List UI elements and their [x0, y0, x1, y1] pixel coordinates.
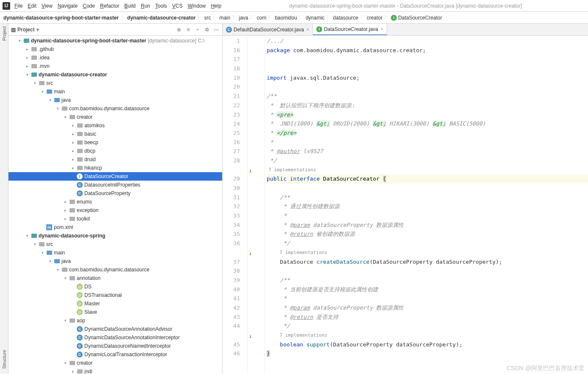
- tree-arrow[interactable]: [70, 149, 76, 153]
- tree-arrow[interactable]: [54, 106, 61, 111]
- expand-icon[interactable]: ≡: [185, 26, 192, 33]
- code-line[interactable]: }: [267, 349, 588, 358]
- code-line[interactable]: import javax.sql.DataSource;: [267, 73, 588, 83]
- breadcrumb-item[interactable]: datasource: [333, 15, 358, 21]
- inlay-hint[interactable]: 7 implementations: [267, 331, 588, 340]
- tree-arrow[interactable]: [70, 123, 76, 128]
- editor-tab[interactable]: CDefaultDataSourceCreator.java×: [223, 24, 313, 35]
- gear-icon[interactable]: ⚙: [203, 26, 210, 33]
- tree-arrow[interactable]: [62, 115, 69, 119]
- code-line[interactable]: DataSource createDataSource(DataSourcePr…: [267, 257, 588, 267]
- code-line[interactable]: /**: [267, 276, 588, 285]
- locate-icon[interactable]: ⊕: [176, 26, 182, 33]
- tree-node-dbcp[interactable]: dbcp: [8, 147, 222, 155]
- tree-node--github[interactable]: .github: [8, 45, 222, 53]
- close-icon[interactable]: ×: [307, 27, 309, 32]
- tree-arrow[interactable]: [62, 276, 69, 280]
- code-line[interactable]: * JNDI(1000) &gt; DRUID(2000) &gt; HIKAR…: [267, 119, 588, 128]
- structure-tool-tab[interactable]: Structure: [1, 347, 8, 371]
- tree-arrow[interactable]: [47, 259, 53, 263]
- breadcrumb-item[interactable]: IDataSourceCreator: [391, 15, 442, 21]
- tree-arrow[interactable]: [70, 157, 76, 162]
- tree-node-dynamic-datasource-creator[interactable]: dynamic-datasource-creator: [8, 70, 222, 79]
- code-area[interactable]: /.../package com.baomidou.dynamic.dataso…: [265, 36, 588, 374]
- code-line[interactable]: /**: [267, 92, 588, 101]
- tree-node-atomikos[interactable]: atomikos: [8, 121, 222, 130]
- tree-node-beecp[interactable]: beecp: [8, 138, 222, 147]
- code-line[interactable]: * @return 被创建的数据源: [267, 229, 588, 239]
- menu-code[interactable]: Code: [83, 3, 95, 9]
- code-line[interactable]: *: [267, 294, 588, 303]
- close-icon[interactable]: ×: [381, 27, 383, 31]
- code-line[interactable]: [267, 64, 588, 73]
- tree-node-toolkit[interactable]: toolkit: [8, 215, 222, 223]
- tree-node--idea[interactable]: .idea: [8, 53, 222, 62]
- tree-arrow[interactable]: [70, 369, 76, 374]
- has-implementations-icon[interactable]: [249, 249, 252, 258]
- code-line[interactable]: /**: [267, 193, 588, 202]
- tree-node-java[interactable]: java: [8, 257, 222, 265]
- tree-arrow[interactable]: [62, 217, 69, 221]
- tree-arrow[interactable]: [47, 98, 53, 102]
- code-line[interactable]: * @author ls9527: [267, 147, 588, 156]
- tree-node-exception[interactable]: exception: [8, 206, 222, 215]
- editor-tab[interactable]: IDataSourceCreator.java×: [313, 24, 387, 35]
- code-line[interactable]: * <pre>: [267, 110, 588, 120]
- tree-node-com-baomidou-dynamic-datasource[interactable]: com.baomidou.dynamic.datasource: [8, 265, 222, 274]
- tree-node-dynamic-datasource-spring[interactable]: dynamic-datasource-spring: [8, 232, 222, 240]
- menu-edit[interactable]: Edit: [28, 3, 36, 9]
- tree-node-creator[interactable]: creator: [8, 359, 222, 367]
- breadcrumb-item[interactable]: dynamic-datasource-creator: [127, 15, 195, 21]
- hide-icon[interactable]: —: [213, 26, 220, 33]
- breadcrumb-item[interactable]: dynamic: [306, 15, 325, 21]
- inlay-hint[interactable]: 7 implementations: [267, 248, 588, 257]
- tree-arrow[interactable]: [70, 132, 76, 136]
- breadcrumb-item[interactable]: dynamic-datasource-spring-boot-starter-m…: [3, 15, 119, 21]
- breadcrumb-item[interactable]: java: [239, 15, 248, 21]
- code-line[interactable]: * @return 是否支持: [267, 313, 588, 322]
- tree-arrow[interactable]: [54, 268, 61, 272]
- menu-build[interactable]: Build: [124, 3, 136, 9]
- tree-node-com-baomidou-dynamic-datasource[interactable]: com.baomidou.dynamic.datasource: [8, 104, 222, 113]
- tree-arrow[interactable]: [62, 361, 69, 365]
- tree-arrow[interactable]: [62, 208, 69, 212]
- tree-node-main[interactable]: main: [8, 248, 222, 257]
- tree-node-src[interactable]: src: [8, 240, 222, 248]
- menu-file[interactable]: File: [14, 3, 22, 9]
- menu-tools[interactable]: Tools: [155, 3, 167, 9]
- menu-window[interactable]: Window: [188, 3, 206, 9]
- menu-vcs[interactable]: VCS: [172, 3, 183, 9]
- tree-node-DS[interactable]: @DS: [8, 282, 222, 291]
- inlay-hint[interactable]: 7 implementations: [267, 165, 588, 175]
- code-line[interactable]: */: [267, 156, 588, 165]
- breadcrumb-item[interactable]: creator: [367, 15, 382, 21]
- tree-node-src[interactable]: src: [8, 79, 222, 87]
- code-line[interactable]: */: [267, 239, 588, 248]
- menu-view[interactable]: View: [42, 3, 53, 9]
- chevron-down-icon[interactable]: ▾: [36, 27, 39, 33]
- code-line[interactable]: /.../: [267, 36, 588, 46]
- tree-node-DynamicDataSourceAnnotationInterceptor[interactable]: CDynamicDataSourceAnnotationInterceptor: [8, 333, 222, 342]
- tree-arrow[interactable]: [70, 140, 76, 145]
- tree-arrow[interactable]: [24, 64, 31, 68]
- tree-node-basic[interactable]: basic: [8, 130, 222, 138]
- breadcrumb-item[interactable]: main: [219, 15, 230, 21]
- tree-node-DynamicDataSourceAnnotationAdvisor[interactable]: CDynamicDataSourceAnnotationAdvisor: [8, 325, 222, 333]
- menu-navigate[interactable]: Navigate: [58, 3, 78, 9]
- code-line[interactable]: * @param dataSourceProperty 数据源属性: [267, 220, 588, 230]
- breadcrumb-item[interactable]: com: [256, 15, 266, 21]
- project-tool-tab[interactable]: Project: [1, 24, 8, 43]
- tree-arrow[interactable]: [70, 166, 76, 170]
- tree-node-druid[interactable]: druid: [8, 155, 222, 164]
- code-line[interactable]: */: [267, 321, 588, 331]
- code-line[interactable]: [267, 55, 588, 64]
- tree-node-main[interactable]: main: [8, 87, 222, 96]
- collapse-icon[interactable]: ÷: [194, 26, 201, 33]
- has-implementations-icon[interactable]: [249, 166, 252, 176]
- code-line[interactable]: package com.baomidou.dynamic.datasource.…: [267, 46, 588, 55]
- code-line[interactable]: * </pre>: [267, 128, 588, 138]
- tree-node-pom-xml[interactable]: mpom.xml: [8, 223, 222, 232]
- code-line[interactable]: boolean support(DataSourceProperty dataS…: [267, 340, 588, 349]
- breadcrumb-item[interactable]: src: [204, 15, 211, 21]
- tree-arrow[interactable]: [24, 56, 31, 60]
